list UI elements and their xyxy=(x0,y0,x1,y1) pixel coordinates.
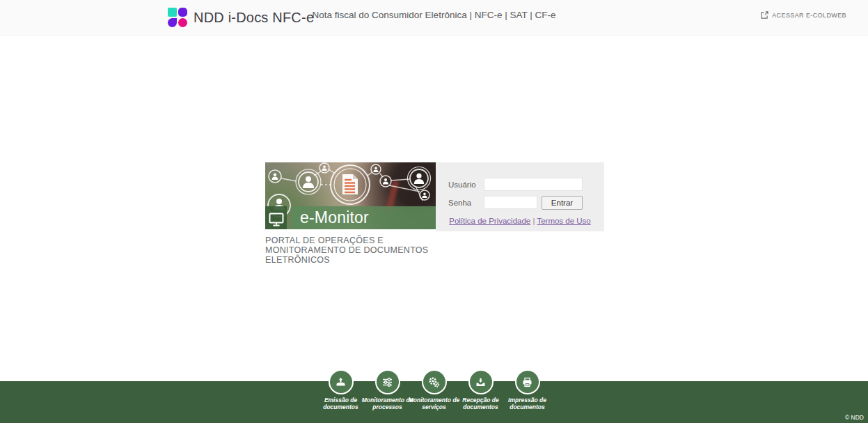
emonitor-banner: e-Monitor xyxy=(265,206,436,229)
password-label: Senha xyxy=(448,199,471,207)
download-document-icon xyxy=(468,369,494,394)
username-input[interactable] xyxy=(484,178,583,191)
privacy-policy-link[interactable]: Política de Privacidade xyxy=(449,217,530,225)
emonitor-title: e-Monitor xyxy=(291,206,436,229)
legal-links: Política de Privacidade | Termos de Uso xyxy=(436,217,604,225)
footer-feature-list: Emissão dedocumentos xyxy=(0,369,868,410)
gears-icon xyxy=(422,369,447,394)
feature-label: Impressão dedocumentos xyxy=(508,397,546,410)
sliders-icon xyxy=(375,369,400,394)
external-link-icon xyxy=(761,11,768,19)
upload-document-icon xyxy=(329,369,354,394)
feature-label: Monitoramento deserviços xyxy=(409,397,460,410)
document-icon xyxy=(342,174,358,194)
footer: Emissão dedocumentos xyxy=(0,381,868,423)
copyright: © NDD xyxy=(845,414,864,421)
login-button[interactable]: Entrar xyxy=(542,196,583,210)
feature-label: Monitoramento deprocessos xyxy=(362,397,413,410)
login-panel: e-Monitor Usuário Senha Entrar Política … xyxy=(265,162,604,231)
terms-of-use-link[interactable]: Termos de Uso xyxy=(537,217,590,225)
login-form: Usuário Senha Entrar Política de Privaci… xyxy=(436,162,604,231)
top-header: NDD i-Docs NFC-e Nota fiscal do Consumid… xyxy=(0,0,868,36)
header-subtitle: Nota fiscal do Consumidor Eletrônica | N… xyxy=(0,10,868,20)
feature-monitoramento-processos: Monitoramento deprocessos xyxy=(364,369,411,410)
main-content: e-Monitor Usuário Senha Entrar Política … xyxy=(0,36,868,381)
access-ecoldweb-link[interactable]: ACESSAR E-COLDWEB xyxy=(761,11,846,19)
feature-recepcao-documentos: Recepção dedocumentos xyxy=(457,369,504,410)
username-label: Usuário xyxy=(448,180,476,189)
access-ecoldweb-label: ACESSAR E-COLDWEB xyxy=(772,12,846,19)
printer-icon xyxy=(515,369,540,394)
password-input[interactable] xyxy=(484,196,537,209)
login-banner-image: e-Monitor xyxy=(265,162,436,229)
portal-caption: Portal de operações e monitoramento de d… xyxy=(265,236,455,265)
links-separator: | xyxy=(532,217,535,225)
feature-impressao-documentos: Impressão dedocumentos xyxy=(504,369,551,410)
feature-emissao-documentos: Emissão dedocumentos xyxy=(317,369,364,410)
monitor-icon xyxy=(265,206,287,229)
feature-label: Recepção dedocumentos xyxy=(462,397,498,410)
feature-monitoramento-servicos: Monitoramento deserviços xyxy=(411,369,457,410)
feature-label: Emissão dedocumentos xyxy=(323,397,358,410)
